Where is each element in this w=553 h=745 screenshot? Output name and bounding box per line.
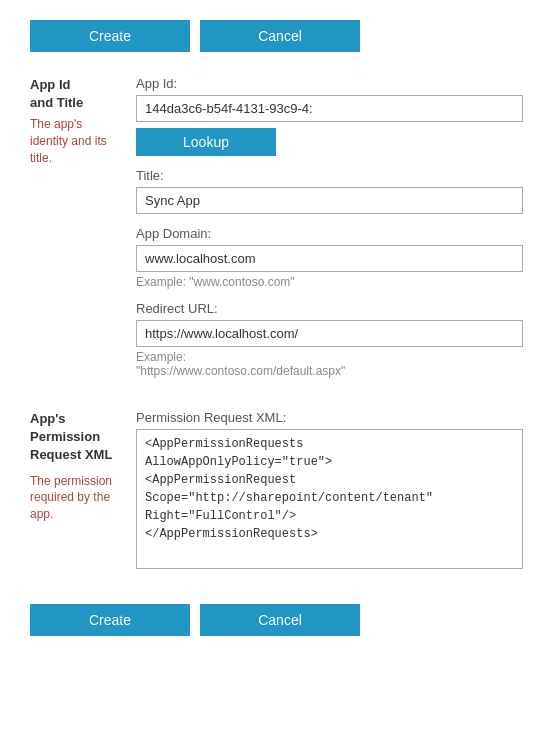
cancel-button-top[interactable]: Cancel — [200, 20, 360, 52]
redirect-url-label: Redirect URL: — [136, 301, 523, 316]
top-toolbar: Create Cancel — [30, 20, 523, 52]
xml-label: Permission Request XML: — [136, 410, 523, 425]
app-domain-input[interactable] — [136, 245, 523, 272]
redirect-url-field-group: Redirect URL: Example: "https://www.cont… — [136, 301, 523, 378]
redirect-url-input[interactable] — [136, 320, 523, 347]
create-button-bottom[interactable]: Create — [30, 604, 190, 636]
xml-field-group: Permission Request XML: <AppPermissionRe… — [136, 410, 523, 572]
xml-textarea[interactable]: <AppPermissionRequests AllowAppOnlyPolic… — [136, 429, 523, 569]
app-domain-example: Example: "www.contoso.com" — [136, 275, 523, 289]
app-id-field-group: App Id: Lookup — [136, 76, 523, 156]
app-id-content: App Id: Lookup Title: App Domain: Exampl… — [136, 76, 523, 390]
app-domain-field-group: App Domain: Example: "www.contoso.com" — [136, 226, 523, 289]
permission-section-label: App's Permission Request XML The permiss… — [30, 410, 120, 584]
cancel-button-bottom[interactable]: Cancel — [200, 604, 360, 636]
app-id-label: App Id: — [136, 76, 523, 91]
app-id-section-label: App Id and Title The app's identity and … — [30, 76, 120, 390]
app-id-input[interactable] — [136, 95, 523, 122]
app-id-title: App Id and Title — [30, 76, 120, 112]
permission-section: App's Permission Request XML The permiss… — [30, 410, 523, 584]
page-wrapper: Create Cancel App Id and Title The app's… — [0, 0, 553, 656]
permission-description: The permission required by the app. — [30, 473, 120, 523]
permission-title: App's Permission Request XML — [30, 410, 120, 465]
app-id-description: The app's identity and its title. — [30, 116, 120, 166]
create-button-top[interactable]: Create — [30, 20, 190, 52]
title-input[interactable] — [136, 187, 523, 214]
lookup-button[interactable]: Lookup — [136, 128, 276, 156]
title-field-group: Title: — [136, 168, 523, 214]
bottom-toolbar: Create Cancel — [30, 604, 523, 636]
title-label: Title: — [136, 168, 523, 183]
permission-content: Permission Request XML: <AppPermissionRe… — [136, 410, 523, 584]
redirect-url-example: Example: "https://www.contoso.com/defaul… — [136, 350, 523, 378]
app-domain-label: App Domain: — [136, 226, 523, 241]
app-id-section: App Id and Title The app's identity and … — [30, 76, 523, 390]
